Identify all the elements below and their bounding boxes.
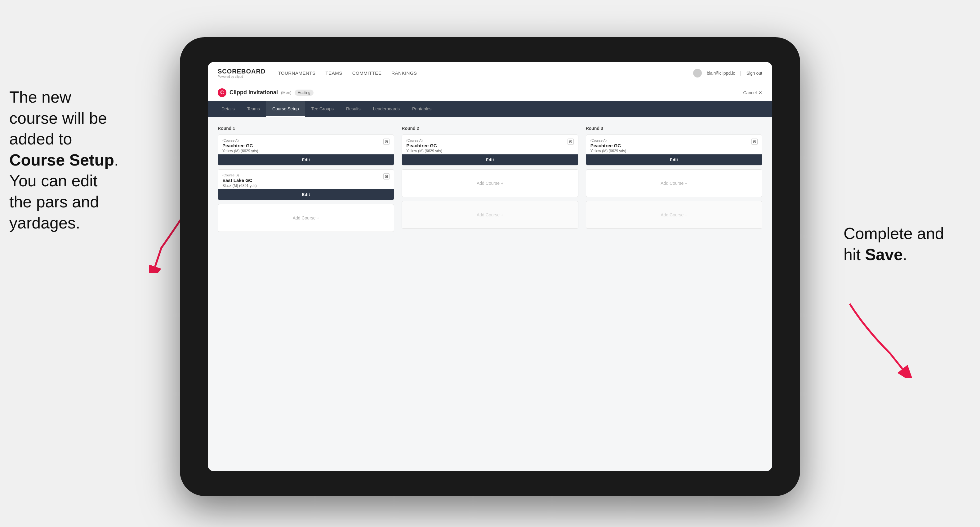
- round-3-course-a-name: Peachtree GC: [590, 143, 627, 148]
- tab-leaderboards[interactable]: Leaderboards: [367, 101, 406, 117]
- nav-right: blair@clippd.io | Sign out: [693, 69, 762, 78]
- annotation-left-text: The newcourse will beadded toCourse Setu…: [9, 88, 119, 232]
- round-1-course-b-delete[interactable]: ⊠: [383, 173, 390, 179]
- round-2-course-a-card: (Course A) Peachtree GC Yellow (M) (6629…: [402, 135, 578, 165]
- tab-results[interactable]: Results: [340, 101, 367, 117]
- round-1-add-course-label: Add Course +: [293, 216, 320, 221]
- round-1-course-b-info: (Course B) East Lake GC Black (M) (6891 …: [222, 173, 257, 188]
- round-3-course-a-tee: Yellow (M) (6629 yds): [590, 149, 627, 153]
- nav-committee[interactable]: COMMITTEE: [352, 70, 382, 76]
- round-1-course-b-name: East Lake GC: [222, 178, 257, 183]
- nav-teams[interactable]: TEAMS: [326, 70, 342, 76]
- round-3-course-a-info: (Course A) Peachtree GC Yellow (M) (6629…: [590, 138, 627, 153]
- round-2-course-a-tee: Yellow (M) (6629 yds): [406, 149, 442, 153]
- round-3-course-a-edit-button[interactable]: Edit: [586, 154, 762, 165]
- round-3-course-a-delete[interactable]: ⊠: [751, 138, 758, 145]
- tab-details[interactable]: Details: [215, 101, 241, 117]
- arrow-right: [840, 298, 927, 378]
- nav-links: TOURNAMENTS TEAMS COMMITTEE RANKINGS: [278, 70, 417, 76]
- annotation-left: The newcourse will beadded toCourse Setu…: [9, 87, 121, 233]
- sub-header-left: C Clippd Invitational (Men) Hosting: [218, 88, 313, 97]
- round-1-course-a-header: (Course A) Peachtree GC Yellow (M) (6629…: [218, 135, 394, 154]
- round-1-course-b-tee: Black (M) (6891 yds): [222, 184, 257, 188]
- round-3-add-course-active-label: Add Course +: [660, 181, 687, 186]
- round-2-label: Round 2: [402, 126, 578, 131]
- round-3-add-course-disabled: Add Course +: [586, 201, 762, 229]
- brand: SCOREBOARD Powered by clippd: [218, 68, 266, 78]
- round-1-label: Round 1: [218, 126, 394, 131]
- round-2-course-a-info: (Course A) Peachtree GC Yellow (M) (6629…: [406, 138, 442, 153]
- separator: |: [740, 71, 741, 76]
- tournament-name: Clippd Invitational: [229, 89, 278, 96]
- round-1-course-a-edit-button[interactable]: Edit: [218, 154, 394, 165]
- round-2-add-course-disabled: Add Course +: [402, 201, 578, 229]
- round-1-course-b-tag: (Course B): [222, 173, 257, 177]
- round-2-course-a-header: (Course A) Peachtree GC Yellow (M) (6629…: [402, 135, 578, 154]
- tablet-screen: SCOREBOARD Powered by clippd TOURNAMENTS…: [208, 62, 772, 471]
- round-2-course-a-tag: (Course A): [406, 138, 442, 142]
- brand-title: SCOREBOARD: [218, 68, 266, 75]
- round-1-course-b-edit-button[interactable]: Edit: [218, 189, 394, 200]
- clippd-logo: C: [218, 88, 226, 97]
- round-1-course-a-card: (Course A) Peachtree GC Yellow (M) (6629…: [218, 135, 394, 165]
- round-2-course-a-name: Peachtree GC: [406, 143, 442, 148]
- tab-tee-groups[interactable]: Tee Groups: [305, 101, 340, 117]
- round-2-column: Round 2 (Course A) Peachtree GC Yellow (…: [402, 126, 578, 236]
- nav-left: SCOREBOARD Powered by clippd TOURNAMENTS…: [218, 68, 417, 78]
- round-2-course-a-edit-button[interactable]: Edit: [402, 154, 578, 165]
- avatar: [693, 69, 702, 78]
- tab-bar: Details Teams Course Setup Tee Groups Re…: [208, 101, 772, 117]
- user-email: blair@clippd.io: [707, 71, 735, 76]
- round-1-course-b-header: (Course B) East Lake GC Black (M) (6891 …: [218, 170, 394, 189]
- round-3-column: Round 3 (Course A) Peachtree GC Yellow (…: [586, 126, 762, 236]
- round-1-course-b-card: (Course B) East Lake GC Black (M) (6891 …: [218, 169, 394, 200]
- tab-teams[interactable]: Teams: [241, 101, 266, 117]
- sign-out-link[interactable]: Sign out: [746, 71, 762, 76]
- tournament-gender: (Men): [281, 90, 291, 95]
- sub-header: C Clippd Invitational (Men) Hosting Canc…: [208, 84, 772, 101]
- round-1-course-a-info: (Course A) Peachtree GC Yellow (M) (6629…: [222, 138, 258, 153]
- round-3-add-course-disabled-label: Add Course +: [660, 212, 687, 217]
- round-1-course-a-tag: (Course A): [222, 138, 258, 142]
- round-3-add-course-active[interactable]: Add Course +: [586, 169, 762, 197]
- nav-rankings[interactable]: RANKINGS: [391, 70, 417, 76]
- round-1-column: Round 1 (Course A) Peachtree GC Yellow (…: [218, 126, 394, 236]
- nav-tournaments[interactable]: TOURNAMENTS: [278, 70, 315, 76]
- main-content: Round 1 (Course A) Peachtree GC Yellow (…: [208, 117, 772, 471]
- round-1-course-a-delete[interactable]: ⊠: [383, 138, 390, 145]
- annotation-right-text: Complete andhit Save.: [843, 224, 944, 264]
- round-2-add-course-active[interactable]: Add Course +: [402, 169, 578, 197]
- round-3-course-a-tag: (Course A): [590, 138, 627, 142]
- top-nav: SCOREBOARD Powered by clippd TOURNAMENTS…: [208, 62, 772, 84]
- round-2-course-a-delete[interactable]: ⊠: [568, 138, 574, 145]
- round-2-add-course-disabled-label: Add Course +: [477, 212, 503, 217]
- cancel-x-icon: ✕: [759, 90, 762, 95]
- tab-course-setup[interactable]: Course Setup: [266, 101, 305, 117]
- round-1-course-a-tee: Yellow (M) (6629 yds): [222, 149, 258, 153]
- round-1-course-a-name: Peachtree GC: [222, 143, 258, 148]
- round-1-add-course[interactable]: Add Course +: [218, 204, 394, 232]
- tablet-device: SCOREBOARD Powered by clippd TOURNAMENTS…: [180, 37, 800, 496]
- brand-sub: Powered by clippd: [218, 75, 266, 78]
- cancel-button[interactable]: Cancel ✕: [743, 90, 762, 95]
- rounds-grid: Round 1 (Course A) Peachtree GC Yellow (…: [218, 126, 762, 236]
- hosting-badge: Hosting: [294, 90, 313, 96]
- round-3-course-a-header: (Course A) Peachtree GC Yellow (M) (6629…: [586, 135, 762, 154]
- round-3-label: Round 3: [586, 126, 762, 131]
- round-3-course-a-card: (Course A) Peachtree GC Yellow (M) (6629…: [586, 135, 762, 165]
- annotation-right: Complete andhit Save.: [843, 223, 961, 265]
- round-2-add-course-active-label: Add Course +: [477, 181, 503, 186]
- tab-printables[interactable]: Printables: [406, 101, 438, 117]
